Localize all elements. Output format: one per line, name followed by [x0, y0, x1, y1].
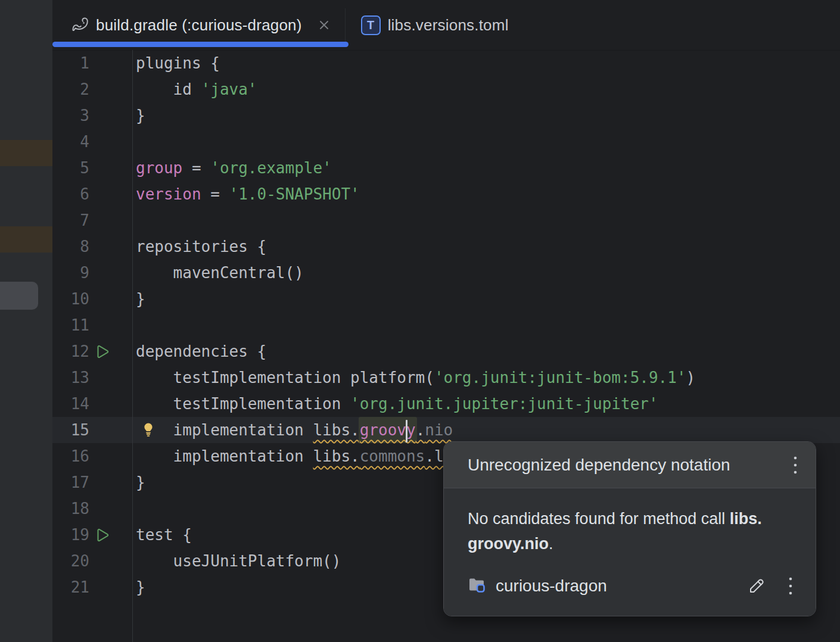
line-number[interactable]: 15 — [52, 421, 89, 439]
tab-libs-versions-toml[interactable]: T libs.versions.toml — [346, 0, 527, 50]
code-token: testImplementation platform( — [136, 369, 434, 387]
project-tree-item-strip[interactable] — [0, 226, 52, 253]
code-token: . — [416, 421, 425, 439]
code-text[interactable]: mavenCentral() — [132, 260, 840, 286]
code-line: 7 — [52, 207, 840, 233]
code-token: } — [136, 578, 145, 596]
code-token: dependencies { — [136, 342, 266, 360]
line-number[interactable]: 18 — [52, 500, 89, 518]
line-number[interactable]: 2 — [52, 80, 89, 98]
code-text[interactable]: id 'java' — [132, 76, 840, 102]
edit-pencil-icon[interactable] — [746, 576, 767, 596]
tab-label: libs.versions.toml — [388, 16, 509, 35]
code-line: 3} — [52, 102, 840, 129]
code-token: testImplementation — [136, 395, 350, 413]
line-number[interactable]: 9 — [52, 264, 89, 282]
code-token: } — [136, 107, 145, 124]
line-number[interactable]: 6 — [52, 185, 89, 203]
popup-body: No candidates found for method call libs… — [444, 488, 816, 616]
project-tree-item-strip[interactable] — [0, 140, 52, 166]
line-number[interactable]: 4 — [52, 133, 89, 151]
toml-file-icon: T — [361, 15, 381, 35]
popup-header: Unrecognized dependency notation — [444, 442, 816, 488]
code-token: '1.0-SNAPSHOT' — [229, 185, 360, 203]
line-number[interactable]: 19 — [52, 526, 89, 544]
project-tree-selected-item[interactable] — [0, 282, 38, 310]
code-token: libs. — [313, 447, 359, 465]
code-token: version — [136, 185, 201, 203]
code-text[interactable]: group = 'org.example' — [132, 155, 840, 181]
code-line: 4 — [52, 129, 840, 155]
line-number[interactable]: 5 — [52, 159, 89, 177]
code-token: groov — [360, 421, 406, 439]
code-line: 15 implementation libs.groovy.nio — [52, 417, 840, 443]
code-text[interactable]: plugins { — [132, 50, 840, 76]
code-line: 1plugins { — [52, 50, 840, 76]
ide-window: build.gradle (:curious-dragon) T libs.ve… — [0, 0, 840, 642]
code-line: 12dependencies { — [52, 338, 840, 364]
code-line: 11 — [52, 312, 840, 338]
code-text[interactable]: } — [132, 286, 840, 312]
code-token: 'org.example' — [210, 159, 332, 177]
code-text[interactable]: testImplementation platform('org.junit:j… — [132, 364, 840, 391]
code-text[interactable]: dependencies { — [132, 338, 840, 364]
code-token: } — [136, 290, 145, 308]
code-text[interactable]: repositories { — [132, 233, 840, 260]
code-text[interactable] — [132, 129, 840, 155]
code-line: 9 mavenCentral() — [52, 260, 840, 286]
line-number[interactable]: 20 — [52, 552, 89, 570]
warning-squiggle: libs.commons.l — [313, 447, 443, 465]
line-number[interactable]: 3 — [52, 107, 89, 124]
line-number[interactable]: 12 — [52, 342, 89, 360]
line-number[interactable]: 13 — [52, 369, 89, 387]
line-number[interactable]: 17 — [52, 473, 89, 491]
code-token: libs. — [313, 421, 359, 439]
code-token: implementation — [136, 447, 313, 465]
code-token: test { — [136, 526, 192, 544]
code-text[interactable] — [132, 312, 840, 338]
module-folder-icon — [468, 576, 487, 596]
warning-squiggle: libs.groovy.nio — [313, 421, 453, 439]
code-token: 'org.junit.jupiter:junit-jupiter' — [350, 395, 658, 413]
code-token: id — [136, 80, 201, 98]
code-token: = — [182, 159, 210, 177]
code-token: } — [136, 473, 145, 491]
code-line: 8repositories { — [52, 233, 840, 260]
module-suggestion-row[interactable]: curious-dragon — [468, 571, 793, 602]
run-gutter-icon[interactable] — [89, 527, 132, 543]
run-gutter-icon[interactable] — [89, 344, 132, 360]
code-token: 'org.junit:junit-bom:5.9.1' — [434, 369, 686, 387]
code-token: mavenCentral() — [136, 264, 304, 282]
line-number[interactable]: 7 — [52, 211, 89, 229]
line-number[interactable]: 16 — [52, 447, 89, 465]
code-line: 5group = 'org.example' — [52, 155, 840, 181]
code-text[interactable] — [132, 207, 840, 233]
code-text[interactable]: testImplementation 'org.junit.jupiter:ju… — [132, 391, 840, 417]
tab-label: build.gradle (:curious-dragon) — [96, 16, 302, 35]
line-number[interactable]: 11 — [52, 316, 89, 334]
intention-bulb-icon[interactable] — [141, 422, 156, 441]
identifier-highlight: groovy — [359, 417, 417, 443]
code-text[interactable]: } — [132, 102, 840, 129]
code-line: 13 testImplementation platform('org.juni… — [52, 364, 840, 391]
kebab-menu-icon[interactable] — [793, 455, 798, 475]
line-number[interactable]: 10 — [52, 290, 89, 308]
line-number[interactable]: 21 — [52, 578, 89, 596]
line-number[interactable]: 1 — [52, 54, 89, 72]
code-text[interactable]: implementation libs.groovy.nio — [132, 417, 840, 443]
kebab-menu-icon[interactable] — [788, 576, 793, 596]
line-number[interactable]: 8 — [52, 238, 89, 255]
code-line: 10} — [52, 286, 840, 312]
line-number[interactable]: 14 — [52, 395, 89, 413]
code-token: useJUnitPlatform() — [136, 552, 341, 570]
editor-tab-bar: build.gradle (:curious-dragon) T libs.ve… — [52, 0, 840, 51]
code-line: 6version = '1.0-SNAPSHOT' — [52, 181, 840, 207]
code-token: = — [201, 185, 229, 203]
code-token: commons — [360, 447, 425, 465]
code-line: 14 testImplementation 'org.junit.jupiter… — [52, 391, 840, 417]
popup-title: Unrecognized dependency notation — [468, 456, 730, 475]
code-token: plugins { — [136, 54, 220, 72]
close-tab-icon[interactable] — [318, 18, 331, 32]
code-text[interactable]: version = '1.0-SNAPSHOT' — [132, 181, 840, 207]
tab-build-gradle[interactable]: build.gradle (:curious-dragon) — [52, 0, 345, 50]
